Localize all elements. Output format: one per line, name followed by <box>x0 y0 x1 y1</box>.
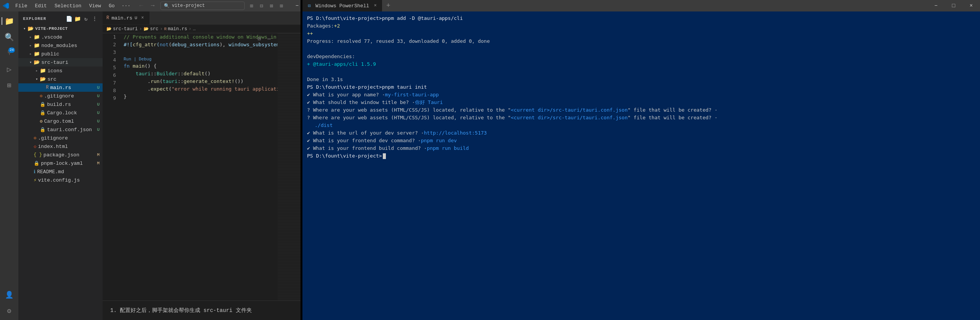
code-line-1: // Prevents additional console window on… <box>124 33 274 41</box>
tree-item-cargo-lock[interactable]: 🔒 Cargo.lock U <box>18 109 103 117</box>
powershell-window: PS D:\fount\vite-project> pnpm add -D @t… <box>302 11 980 320</box>
tree-item-tauri-conf[interactable]: 🔒 tauri.conf.json U <box>18 125 103 134</box>
layout-icon-4[interactable]: ⊞ <box>277 1 286 10</box>
menu-edit[interactable]: Edit <box>31 0 51 11</box>
index-html-label: index.html <box>38 144 68 149</box>
ps-maximize-button[interactable]: □ <box>945 0 962 11</box>
tree-item-cargo-toml[interactable]: ⚙ Cargo.toml U <box>18 117 103 125</box>
collapse-all-icon[interactable]: ⋮ <box>91 15 98 22</box>
tree-item-package-json[interactable]: { } package.json M <box>18 151 103 159</box>
activity-source-control[interactable]: ⑂ 24 <box>2 45 17 61</box>
tree-item-node-modules[interactable]: ▸ 📁 node_modules <box>18 41 103 50</box>
public-label: public <box>41 51 59 57</box>
ps-minimize-button[interactable]: − <box>927 0 945 11</box>
gitignore1-icon: ⊙ <box>40 93 42 99</box>
tree-item-readme[interactable]: ℹ README.md <box>18 167 103 176</box>
cargo-toml-label: Cargo.toml <box>44 119 95 124</box>
ps-line-devurl: ✔ What is the url of your dev server? · … <box>307 129 975 137</box>
ps-line-final-prompt: PS D:\fount\vite-project> <box>307 152 975 160</box>
ps-line-progress: Progress: resolved 77, reused 33, downlo… <box>307 37 975 45</box>
activity-search[interactable]: 🔍 <box>2 29 17 45</box>
tree-item-src-tauri[interactable]: ▾ 📂 src-tauri <box>18 58 103 67</box>
ps-close-button[interactable]: × <box>962 0 980 11</box>
gitignore2-icon: ⊙ <box>34 135 36 141</box>
tab-rs-icon: R <box>106 15 109 21</box>
folder-vscode-icon: 📁 <box>34 34 40 40</box>
ps-line-dep: + @tauri-apps/cli 1.5.9 <box>307 60 975 68</box>
menu-view[interactable]: View <box>85 0 105 11</box>
tree-item-gitignore1[interactable]: ⊙ .gitignore U <box>18 92 103 100</box>
refresh-icon[interactable]: ↻ <box>83 15 90 22</box>
nav-forward-button[interactable]: → <box>147 1 158 10</box>
run-debug-hint[interactable]: Run | Debug <box>124 56 274 62</box>
tab-close-button[interactable]: × <box>139 15 145 21</box>
search-box[interactable]: 🔍 vite-project <box>160 2 245 10</box>
breadcrumb-src-tauri[interactable]: 📂 src-tauri <box>106 26 138 32</box>
src-inner-label: src <box>47 76 56 82</box>
breadcrumb-file[interactable]: R main.rs <box>164 26 187 32</box>
editor-area: R main.rs U × 📂 src-tauri › 📂 s <box>103 11 301 320</box>
ps-tab-close-icon[interactable]: × <box>372 3 378 9</box>
tree-item-src-inner[interactable]: ▾ 📂 src <box>18 75 103 83</box>
ps-new-tab-button[interactable]: + <box>382 0 394 11</box>
tauri-conf-badge: U <box>97 127 100 132</box>
layout-icon-1[interactable]: ⊞ <box>247 1 256 10</box>
more-actions-button[interactable]: ⋯ <box>265 34 274 43</box>
icons-label: icons <box>47 68 62 74</box>
folder-public-icon: 📁 <box>34 51 40 57</box>
ps-tab[interactable]: ⊡ Windows PowerShell × <box>302 0 382 11</box>
breadcrumb-sep3: › <box>189 26 191 32</box>
menu-file[interactable]: File <box>11 0 31 11</box>
ps-line-webassets1: ? Where are your web assets (HTML/CSS/JS… <box>307 106 975 114</box>
ps-line-packages: Packages: +2 <box>307 22 975 30</box>
breadcrumb-ellipsis[interactable]: … <box>193 26 196 32</box>
activity-explorer[interactable]: 📁 <box>2 13 17 29</box>
cargo-lock-badge: U <box>97 110 100 115</box>
nav-back-button[interactable]: ← <box>136 1 147 10</box>
vite-config-label: vite.config.js <box>38 177 80 183</box>
readme-label: README.md <box>37 169 64 175</box>
minimap <box>278 33 301 301</box>
tree-item-icons[interactable]: ▸ 📁 icons <box>18 67 103 75</box>
ps-content[interactable]: PS D:\fount\vite-project> pnpm add -D @t… <box>302 11 980 320</box>
tree-item-main-rs[interactable]: R main.rs U <box>18 83 103 92</box>
tab-main-rs[interactable]: R main.rs U × <box>103 11 150 24</box>
tree-item-index-html[interactable]: ◇ index.html <box>18 142 103 151</box>
folder-src-tauri-icon: 📂 <box>34 59 40 65</box>
split-editor-button[interactable]: ⊟ <box>255 34 264 43</box>
tree-item-vite-project[interactable]: ▾ 📂 VITE-PROJECT <box>18 24 103 33</box>
menu-selection[interactable]: Selection <box>51 0 85 11</box>
activity-accounts[interactable]: 👤 <box>2 287 17 302</box>
code-line-3 <box>124 49 274 56</box>
tree-item-public[interactable]: ▸ 📁 public <box>18 50 103 58</box>
tree-item-vite-config[interactable]: ⚡ vite.config.js <box>18 176 103 184</box>
layout-icon-2[interactable]: ⊟ <box>257 1 266 10</box>
vite-project-label: VITE-PROJECT <box>35 26 68 31</box>
vite-config-icon: ⚡ <box>34 177 36 183</box>
cargo-toml-icon: ⚙ <box>40 119 42 124</box>
tree-item-vscode[interactable]: ▸ 📁 .vscode <box>18 33 103 41</box>
ps-line-dist: ./dist <box>307 122 975 129</box>
search-text: vite-project <box>172 3 205 8</box>
code-lines[interactable]: // Prevents additional console window on… <box>120 33 278 301</box>
breadcrumb-src[interactable]: 📂 src <box>144 26 158 32</box>
new-file-icon[interactable]: 📄 <box>66 15 73 22</box>
menu-more[interactable]: ··· <box>118 0 133 11</box>
vscode-app-icon <box>0 0 11 11</box>
tree-item-gitignore2[interactable]: ⊙ .gitignore <box>18 134 103 142</box>
breadcrumb: 📂 src-tauri › 📂 src › R main.rs › … <box>103 25 301 33</box>
new-folder-icon[interactable]: 📁 <box>74 15 81 22</box>
activity-extensions[interactable]: ⊞ <box>2 78 17 93</box>
tab-label: main.rs <box>111 15 132 21</box>
tree-item-build-rs[interactable]: 🔒 build.rs U <box>18 100 103 109</box>
package-json-label: package.json <box>44 152 96 158</box>
layout-icon-3[interactable]: ⊠ <box>267 1 276 10</box>
tree-item-pnpm-lock[interactable]: 🔒 pnpm-lock.yaml M <box>18 159 103 167</box>
activity-settings[interactable]: ⚙ <box>2 303 17 318</box>
activity-run[interactable]: ▷ <box>2 62 17 77</box>
code-line-2: #![cfg_attr(not(debug_assertions), windo… <box>124 41 274 49</box>
menu-go[interactable]: Go <box>105 0 119 11</box>
tauri-conf-label: tauri.conf.json <box>47 127 95 133</box>
code-line-7: .expect("error while running tauri appli… <box>124 85 274 93</box>
sidebar: EXPLORER 📄 📁 ↻ ⋮ ▾ 📂 VITE <box>18 11 103 320</box>
